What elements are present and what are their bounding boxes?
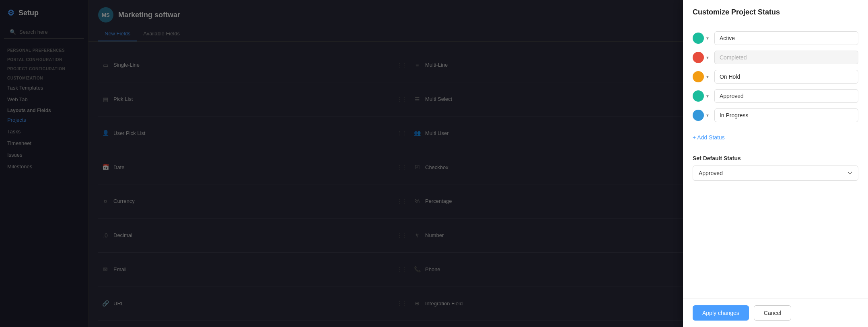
field-label: Multi-Line <box>425 62 448 68</box>
field-item-email[interactable]: ✉Email⋮⋮ <box>98 253 410 287</box>
checkbox-icon: ☑ <box>413 164 421 170</box>
drag-handle-icon: ⋮⋮ <box>397 62 407 68</box>
field-label: Percentage <box>425 198 452 204</box>
field-label: Pick List <box>113 96 133 102</box>
drag-handle-icon: ⋮⋮ <box>397 96 407 102</box>
field-item-decimal[interactable]: .0Decimal⋮⋮ <box>98 219 410 253</box>
color-picker-button-3[interactable]: ▼ <box>693 90 710 102</box>
field-label: Number <box>425 232 444 238</box>
multi-line-icon: ≡ <box>413 62 421 68</box>
customize-panel: Customize Project Status ▼▼▼▼▼ + Add Sta… <box>683 0 868 327</box>
chevron-down-icon: ▼ <box>706 113 710 118</box>
default-status-section: Set Default Status ActiveCompletedOn Hol… <box>693 155 858 181</box>
status-row-on-hold: ▼ <box>693 70 858 84</box>
status-input-completed[interactable] <box>714 51 858 64</box>
field-item-currency[interactable]: ¤Currency⋮⋮ <box>98 184 410 219</box>
add-status-button[interactable]: + Add Status <box>693 131 725 144</box>
apply-changes-button[interactable]: Apply changes <box>693 305 749 321</box>
field-label: Single-Line <box>113 62 140 68</box>
pick-list-icon: ▤ <box>101 96 109 102</box>
drag-handle-icon: ⋮⋮ <box>397 266 407 272</box>
status-row-completed: ▼ <box>693 51 858 64</box>
search-bar[interactable]: 🔍 Search here <box>4 26 84 39</box>
color-dot-2 <box>693 71 704 82</box>
status-row-active: ▼ <box>693 31 858 45</box>
field-item-number[interactable]: #Number⋮⋮ <box>410 219 722 253</box>
sidebar: ⚙ Setup 🔍 Search here PERSONAL PREFERENC… <box>0 0 88 327</box>
status-rows: ▼▼▼▼▼ <box>693 31 858 122</box>
field-item-pick-list[interactable]: ▤Pick List⋮⋮ <box>98 82 410 116</box>
field-label: Decimal <box>113 232 132 238</box>
drag-handle-icon: ⋮⋮ <box>397 130 407 136</box>
color-picker-button-4[interactable]: ▼ <box>693 110 710 121</box>
field-item-multi-user[interactable]: 👥Multi User⋮⋮ <box>410 116 722 151</box>
sidebar-item-issues[interactable]: Issues <box>0 149 88 161</box>
decimal-icon: .0 <box>101 232 109 239</box>
phone-icon: 📞 <box>413 266 421 272</box>
field-label: Date <box>113 164 124 170</box>
field-item-multi-line[interactable]: ≡Multi-Line⋮⋮ <box>410 48 722 82</box>
sidebar-item-timesheet[interactable]: Timesheet <box>0 137 88 149</box>
drag-handle-icon: ⋮⋮ <box>397 233 407 238</box>
field-label: Multi User <box>425 130 449 136</box>
section-project-config: PROJECT CONFIGURATION <box>0 63 88 73</box>
currency-icon: ¤ <box>101 198 109 204</box>
section-customization: CUSTOMIZATION <box>0 73 88 82</box>
sidebar-item-tasks[interactable]: Tasks <box>0 126 88 137</box>
default-status-select[interactable]: ActiveCompletedOn HoldApprovedIn Progres… <box>693 166 858 181</box>
sidebar-item-task-templates[interactable]: Task Templates <box>0 82 88 94</box>
field-label: Currency <box>113 198 135 204</box>
url-icon: 🔗 <box>101 300 109 307</box>
cancel-button[interactable]: Cancel <box>754 305 792 321</box>
tab-available-fields[interactable]: Available Fields <box>137 27 186 41</box>
search-icon: 🔍 <box>10 29 16 35</box>
field-item-date[interactable]: 📅Date⋮⋮ <box>98 150 410 184</box>
project-avatar: MS <box>98 7 113 22</box>
status-row-in-progress: ▼ <box>693 108 858 122</box>
field-label: Email <box>113 266 127 272</box>
color-dot-1 <box>693 52 704 63</box>
status-input-active[interactable] <box>714 31 858 45</box>
field-item-single-line[interactable]: ▭Single-Line⋮⋮ <box>98 48 410 82</box>
sidebar-item-milestones[interactable]: Milestones <box>0 161 88 172</box>
section-portal-config: PORTAL CONFIGURATION <box>0 54 88 63</box>
field-item-url[interactable]: 🔗URL⋮⋮ <box>98 286 410 321</box>
panel-footer: Apply changes Cancel <box>683 298 868 327</box>
drag-handle-icon: ⋮⋮ <box>397 300 407 306</box>
field-label: Phone <box>425 266 440 272</box>
panel-body: ▼▼▼▼▼ + Add Status Set Default Status Ac… <box>683 23 868 298</box>
status-row-approved: ▼ <box>693 89 858 103</box>
chevron-down-icon: ▼ <box>706 55 710 60</box>
percentage-icon: % <box>413 198 421 204</box>
section-layouts-fields: Layouts and Fields <box>0 105 88 114</box>
sidebar-item-web-tab[interactable]: Web Tab <box>0 94 88 105</box>
field-item-phone[interactable]: 📞Phone⋮⋮ <box>410 253 722 287</box>
status-input-approved[interactable] <box>714 89 858 103</box>
main-content: MS Marketing softwar New Fields Availabl… <box>88 0 731 327</box>
section-personal-preferences: PERSONAL PREFERENCES <box>0 45 88 54</box>
chevron-down-icon: ▼ <box>706 75 710 79</box>
multi-select-icon: ☰ <box>413 96 421 102</box>
user-pick-list-icon: 👤 <box>101 130 109 136</box>
default-status-label: Set Default Status <box>693 155 858 161</box>
field-item-checkbox[interactable]: ☑Checkbox⋮⋮ <box>410 150 722 184</box>
single-line-icon: ▭ <box>101 62 109 68</box>
field-label: Integration Field <box>425 300 463 307</box>
color-picker-button-2[interactable]: ▼ <box>693 71 710 82</box>
tab-new-fields[interactable]: New Fields <box>98 27 137 41</box>
field-item-percentage[interactable]: %Percentage⋮⋮ <box>410 184 722 219</box>
color-picker-button-0[interactable]: ▼ <box>693 33 710 44</box>
field-item-integration-field[interactable]: ⊕Integration Field⋮⋮ <box>410 286 722 321</box>
status-input-in-progress[interactable] <box>714 108 858 122</box>
status-input-on-hold[interactable] <box>714 70 858 84</box>
drag-handle-icon: ⋮⋮ <box>397 198 407 204</box>
field-item-user-pick-list[interactable]: 👤User Pick List⋮⋮ <box>98 116 410 151</box>
color-picker-button-1[interactable]: ▼ <box>693 52 710 63</box>
tabs-bar: New Fields Available Fields <box>88 27 731 42</box>
panel-title: Customize Project Status <box>683 0 868 23</box>
number-icon: # <box>413 232 421 239</box>
sidebar-item-projects[interactable]: Projects <box>0 114 88 126</box>
project-header: MS Marketing softwar <box>88 0 731 27</box>
field-item-multi-select[interactable]: ☰Multi Select⋮⋮ <box>410 82 722 116</box>
drag-handle-icon: ⋮⋮ <box>397 164 407 170</box>
